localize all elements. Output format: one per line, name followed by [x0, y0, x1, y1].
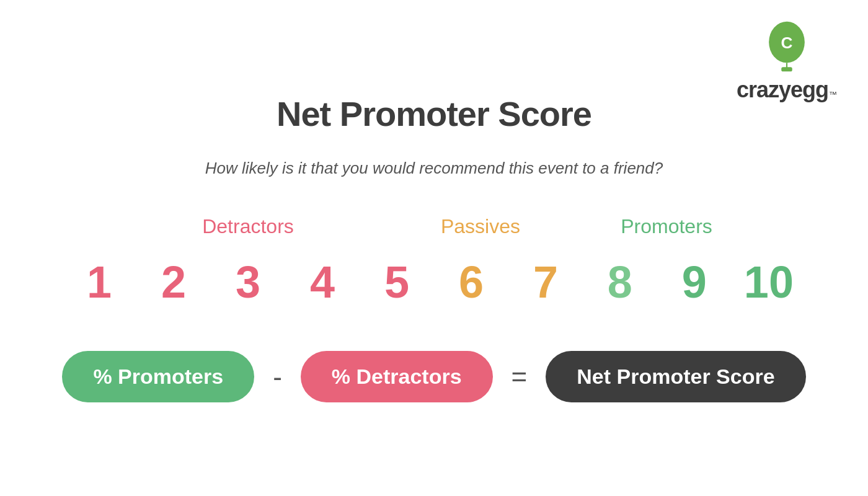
score-7[interactable]: 7	[521, 257, 570, 308]
crazyegg-balloon-icon: C	[765, 19, 808, 74]
score-4[interactable]: 4	[298, 257, 347, 308]
logo-area: C crazyegg ™	[737, 19, 837, 103]
labels-row: Detractors Passives Promoters	[93, 215, 775, 238]
score-5[interactable]: 5	[372, 257, 422, 308]
label-passives: Passives	[409, 215, 552, 238]
page-container: C crazyegg ™ Net Promoter Score How like…	[0, 0, 868, 496]
nps-pill[interactable]: Net Promoter Score	[546, 351, 805, 402]
equals-operator: =	[512, 361, 528, 392]
detractors-pill[interactable]: % Detractors	[301, 351, 493, 402]
svg-text:C: C	[781, 33, 792, 52]
score-3[interactable]: 3	[223, 257, 273, 308]
numbers-row: 1 2 3 4 5 6 7 8 9 10	[62, 257, 806, 308]
score-1[interactable]: 1	[74, 257, 124, 308]
subtitle-question: How likely is it that you would recommen…	[205, 159, 663, 178]
formula-row: % Promoters - % Detractors = Net Promote…	[62, 351, 805, 402]
main-title: Net Promoter Score	[277, 94, 591, 134]
score-9[interactable]: 9	[670, 257, 719, 308]
score-2[interactable]: 2	[149, 257, 198, 308]
logo-tm: ™	[829, 90, 837, 99]
logo-text-row: crazyegg ™	[737, 77, 837, 103]
label-detractors: Detractors	[93, 215, 403, 238]
score-8[interactable]: 8	[595, 257, 645, 308]
label-promoters-top: Promoters	[558, 215, 775, 238]
promoters-pill[interactable]: % Promoters	[62, 351, 254, 402]
score-6[interactable]: 6	[446, 257, 496, 308]
minus-operator: -	[273, 361, 282, 392]
svg-rect-3	[781, 67, 792, 71]
score-10[interactable]: 10	[744, 257, 794, 308]
logo-wordmark: crazyegg	[737, 77, 828, 103]
